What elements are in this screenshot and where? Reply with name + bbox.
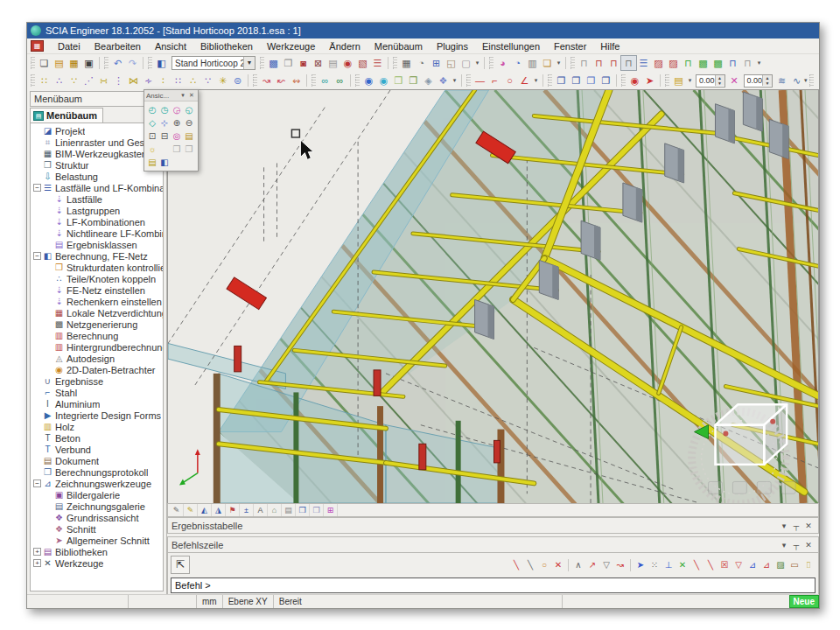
node-tool-1-icon[interactable]: ∷ bbox=[37, 74, 52, 88]
tree-item[interactable]: ▤Dokument bbox=[31, 455, 163, 466]
snap-tri-icon[interactable]: ▽ bbox=[599, 558, 613, 572]
menu-fenster[interactable]: Fenster bbox=[547, 39, 593, 53]
view-load-icon[interactable]: ◔ bbox=[510, 56, 525, 70]
select-cursor-button[interactable]: ⇱ bbox=[171, 556, 190, 574]
tree-item[interactable]: ▥Berechnung bbox=[31, 330, 163, 341]
clipboard-ghost-1-icon[interactable]: ❐ bbox=[171, 143, 183, 156]
node-tool-9-icon[interactable]: ∶ bbox=[156, 74, 171, 88]
project-combo[interactable]: Stand Horticoop 20 ▼ bbox=[172, 56, 256, 70]
beam-b1-icon[interactable]: B bbox=[816, 74, 819, 88]
tree-item[interactable]: TVerbund bbox=[31, 444, 163, 455]
clip-box-icon[interactable]: ▤ bbox=[183, 130, 195, 143]
clip-2-icon[interactable]: ✎ bbox=[184, 504, 198, 516]
workspace-layout-icon[interactable]: ◧ bbox=[154, 56, 169, 70]
menu-menübaum[interactable]: Menübaum bbox=[368, 39, 430, 53]
node-tool-3-icon[interactable]: ∵ bbox=[66, 74, 81, 88]
tab-menubaum[interactable]: ▤ Menübaum bbox=[30, 108, 103, 122]
tree-item[interactable]: IAluminium bbox=[31, 398, 163, 410]
window-2-icon[interactable]: ⊓ bbox=[740, 56, 755, 70]
node-tool-10-icon[interactable]: ∷ bbox=[171, 74, 186, 88]
system-menu-icon[interactable]: ▦ bbox=[31, 40, 44, 52]
zoom-out-icon[interactable]: ⊖ bbox=[183, 116, 195, 130]
title-bar[interactable]: SCIA Engineer 18.1.2052 - [Stand Hortico… bbox=[27, 23, 819, 38]
window-green-2-icon[interactable]: ▩ bbox=[696, 56, 710, 70]
coord-x-spinner[interactable]: 0.00 ▲▼ bbox=[696, 74, 725, 88]
tree-item[interactable]: ⇣LF-Kombinationen bbox=[31, 216, 163, 228]
tree-item[interactable]: +▤Bibliotheken bbox=[31, 546, 163, 557]
window-hatch-2-icon[interactable]: ▨ bbox=[666, 56, 681, 70]
tree-item[interactable]: −☰Lastfälle und LF-Kombination bbox=[31, 182, 163, 193]
results-setup-icon[interactable]: ☰ bbox=[370, 56, 385, 70]
node-tool-6-icon[interactable]: ⋮ bbox=[111, 74, 126, 88]
render-2-icon[interactable]: ❒ bbox=[310, 504, 324, 516]
float-menu-icon[interactable]: ▾ bbox=[178, 92, 187, 99]
panel-pin-icon[interactable]: ┬ bbox=[790, 541, 802, 550]
tree-expander-icon[interactable]: − bbox=[32, 184, 42, 192]
tree-item[interactable]: ❐Strukturdaten kontrollieren bbox=[31, 262, 163, 273]
clip-1-icon[interactable]: ✎ bbox=[170, 504, 184, 516]
node-tool-13-icon[interactable]: ✳ bbox=[215, 74, 230, 88]
snap-box-icon[interactable]: ⌷ bbox=[802, 558, 816, 572]
axo-view-icon[interactable]: ◇ bbox=[146, 116, 158, 130]
open-icon[interactable]: ▤ bbox=[52, 56, 66, 70]
node-tool-5-icon[interactable]: ∺ bbox=[96, 74, 111, 88]
link-1-icon[interactable]: ∞ bbox=[318, 74, 332, 88]
tree-item[interactable]: ∴Teile/Knoten koppeln bbox=[31, 273, 163, 284]
window-green-1-icon[interactable]: ⊓ bbox=[681, 56, 696, 70]
panel-close-icon[interactable]: ✕ bbox=[802, 541, 815, 550]
menu-bearbeiten[interactable]: Bearbeiten bbox=[88, 39, 148, 53]
column-1-icon[interactable]: ❒ bbox=[391, 74, 406, 88]
node-tool-4-icon[interactable]: ⋰ bbox=[81, 74, 96, 88]
layers-icon[interactable]: ▤ bbox=[282, 504, 296, 516]
tree-item[interactable]: −◧Berechnung, FE-Netz bbox=[31, 250, 163, 262]
document-icon[interactable]: ◱ bbox=[444, 56, 458, 70]
tree-item[interactable]: ❖Grundrissansicht bbox=[31, 512, 163, 523]
zoom-in-icon[interactable]: ⊕ bbox=[171, 116, 183, 130]
tree-item[interactable]: ▦Lokale Netzverdichtung bbox=[31, 307, 163, 318]
snap-delete-icon[interactable]: ✕ bbox=[551, 558, 565, 572]
snap-end-icon[interactable]: ╲ bbox=[704, 558, 718, 572]
coord-y-spinner[interactable]: 0.00 ▲▼ bbox=[744, 74, 774, 88]
snap-edge-2-icon[interactable]: ⊿ bbox=[760, 558, 774, 572]
view-save-icon[interactable]: ◕ bbox=[495, 56, 510, 70]
group-overflow-icon[interactable]: ▾ bbox=[755, 60, 763, 66]
menu-plugins[interactable]: Plugins bbox=[430, 39, 475, 53]
labels-plus-icon[interactable]: ± bbox=[240, 504, 254, 516]
tree-item[interactable]: ➤Allgemeiner Schnitt bbox=[31, 535, 163, 546]
light-icon[interactable]: ☼ bbox=[146, 143, 158, 156]
window-active-icon[interactable]: ⊓ bbox=[621, 56, 636, 70]
doc-export-icon[interactable]: ❏ bbox=[540, 56, 555, 70]
rotate-view-4-icon[interactable]: ◵ bbox=[183, 103, 195, 116]
panel-ergebnisstabelle-header[interactable]: Ergebnisstabelle ▾ ┬ ✕ bbox=[167, 517, 819, 534]
zoom-all-icon[interactable]: ⊟ bbox=[158, 130, 171, 143]
flag-icon[interactable]: ⚑ bbox=[226, 504, 240, 516]
table-icon[interactable]: ⊞ bbox=[429, 56, 444, 70]
curve-tool-2-icon[interactable]: ↜ bbox=[274, 74, 289, 88]
group-overflow-icon[interactable]: ▾ bbox=[555, 60, 563, 66]
calc-setup-icon[interactable]: ▧ bbox=[355, 56, 370, 70]
plane-snap-icon[interactable]: ≋ bbox=[774, 74, 789, 88]
tree-item[interactable]: ⇣Rechenkern einstellen bbox=[31, 296, 163, 307]
tree-item[interactable]: ❖Schnitt bbox=[31, 523, 163, 535]
snap-line-2-icon[interactable]: ╲ bbox=[523, 558, 537, 572]
rotate-view-2-icon[interactable]: ◷ bbox=[158, 103, 171, 116]
angle-snap-icon[interactable]: ✕ bbox=[727, 74, 742, 88]
snap-line-icon[interactable]: ╲ bbox=[509, 558, 523, 572]
fly-mode-icon[interactable]: ➤ bbox=[642, 74, 657, 88]
level-down-icon[interactable]: ◮ bbox=[212, 504, 226, 516]
viewport[interactable] bbox=[167, 89, 819, 503]
polyline-icon[interactable]: ⌐ bbox=[487, 74, 502, 88]
member-tool-2-icon[interactable]: ❖ bbox=[436, 74, 451, 88]
render-1-icon[interactable]: ❒ bbox=[296, 504, 310, 516]
tree-item[interactable]: ⇣Lastgruppen bbox=[31, 205, 163, 216]
curve-tool-1-icon[interactable]: ↝ bbox=[259, 74, 274, 88]
window-blue-icon[interactable]: ⊓ bbox=[725, 56, 740, 70]
snap-plane-icon[interactable]: ▨ bbox=[774, 558, 788, 572]
folder-icon[interactable]: ▤ bbox=[671, 74, 686, 88]
circle-icon[interactable]: ○ bbox=[502, 74, 517, 88]
menu-ändern[interactable]: Ändern bbox=[322, 39, 367, 53]
copy-doc-icon[interactable]: ❐ bbox=[281, 56, 296, 70]
panel-close-icon[interactable]: ✕ bbox=[802, 522, 815, 530]
node-tool-14-icon[interactable]: ⊜ bbox=[230, 74, 245, 88]
link-2-icon[interactable]: ∞ bbox=[332, 74, 347, 88]
